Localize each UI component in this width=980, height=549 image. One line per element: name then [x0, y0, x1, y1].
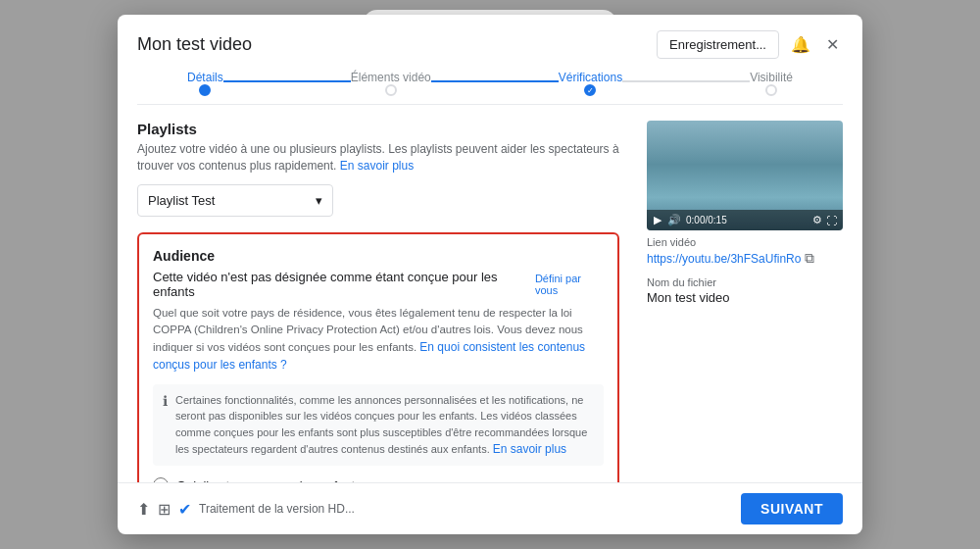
- alert-button[interactable]: 🔔: [787, 31, 814, 58]
- step-visibility: Visibilité: [750, 71, 793, 96]
- audience-info-box: ℹ Certaines fonctionnalités, comme les a…: [153, 384, 604, 467]
- video-controls: ▶ 🔊 0:00/0:15 ⚙ ⛶: [647, 210, 843, 230]
- step-details: Détails: [187, 71, 223, 96]
- modal-left-panel: Playlists Ajoutez votre vidéo à une ou p…: [137, 121, 627, 482]
- volume-button[interactable]: 🔊: [666, 213, 682, 227]
- modal-header: Mon test video Enregistrement... 🔔 ✕: [118, 15, 862, 59]
- upload-icon: ⬆: [137, 500, 150, 519]
- connector-3: [622, 80, 750, 82]
- video-link-label: Lien vidéo: [647, 236, 843, 248]
- step-visibility-dot: [765, 84, 777, 96]
- step-verif-label: Vérifications: [559, 71, 622, 84]
- filename-value: Mon test video: [647, 290, 843, 305]
- play-button[interactable]: ▶: [653, 213, 662, 227]
- audience-title-row: Audience: [153, 248, 604, 264]
- video-thumbnail: ▶ 🔊 0:00/0:15 ⚙ ⛶: [647, 121, 843, 230]
- step-elements: Éléments vidéo: [351, 71, 431, 96]
- processing-text: Traitement de la version HD...: [199, 502, 355, 516]
- step-visibility-label: Visibilité: [750, 71, 793, 84]
- step-elements-label: Éléments vidéo: [351, 71, 431, 84]
- video-link-section: Lien vidéo https://youtu.be/3hFSaUfinRo …: [647, 236, 843, 267]
- steps-divider: [137, 104, 843, 105]
- modal-dialog: Mon test video Enregistrement... 🔔 ✕ Dét…: [118, 15, 862, 534]
- modal-title: Mon test video: [137, 34, 252, 55]
- step-details-label: Détails: [187, 71, 223, 84]
- video-time: 0:00/0:15: [686, 215, 727, 225]
- playlists-section: Playlists Ajoutez votre vidéo à une ou p…: [137, 121, 619, 217]
- playlist-dropdown-value: Playlist Test: [148, 193, 215, 208]
- playlists-title: Playlists: [137, 121, 619, 137]
- audience-info-link[interactable]: En savoir plus: [493, 442, 566, 456]
- close-icon: ✕: [826, 36, 839, 53]
- playlist-dropdown[interactable]: Playlist Test ▾: [137, 184, 333, 217]
- connector-2: [431, 80, 559, 82]
- step-elements-dot: [385, 84, 397, 96]
- footer-left: ⬆ ⊞ ✔ Traitement de la version HD...: [137, 500, 355, 519]
- info-icon: ℹ: [163, 393, 168, 409]
- video-link-row: https://youtu.be/3hFSaUfinRo ⧉: [647, 250, 843, 267]
- modal-footer: ⬆ ⊞ ✔ Traitement de la version HD... SUI…: [118, 482, 862, 534]
- audience-section: Audience Cette vidéo n'est pas désignée …: [137, 232, 619, 482]
- check-icon: ✔: [178, 500, 191, 519]
- close-button[interactable]: ✕: [822, 31, 843, 58]
- audience-title: Audience: [153, 248, 215, 264]
- modal-body: Playlists Ajoutez votre vidéo à une ou p…: [118, 113, 862, 482]
- header-actions: Enregistrement... 🔔 ✕: [657, 30, 843, 59]
- fullscreen-icon[interactable]: ⛶: [826, 215, 837, 226]
- playlists-desc: Ajoutez votre vidéo à une ou plusieurs p…: [137, 141, 619, 175]
- audience-desc: Quel que soit votre pays de résidence, v…: [153, 305, 604, 374]
- modal-right-panel: ▶ 🔊 0:00/0:15 ⚙ ⛶ Lien vidéo https://you…: [647, 121, 843, 482]
- grid-icon: ⊞: [158, 500, 171, 519]
- alert-icon: 🔔: [791, 36, 810, 53]
- save-button[interactable]: Enregistrement...: [657, 30, 779, 59]
- audience-subtitle: Cette vidéo n'est pas désignée comme éta…: [153, 270, 525, 299]
- connector-1: [223, 80, 351, 82]
- audience-info-text: Certaines fonctionnalités, comme les ann…: [175, 392, 594, 459]
- video-url-link[interactable]: https://youtu.be/3hFSaUfinRo: [647, 252, 801, 266]
- audience-defined-by: Défini par vous: [535, 273, 604, 296]
- step-verif-dot: ✓: [584, 84, 596, 96]
- step-details-dot: [199, 84, 211, 96]
- filename-label: Nom du fichier: [647, 276, 843, 288]
- settings-icon[interactable]: ⚙: [812, 214, 822, 226]
- step-verifications: Vérifications ✓: [559, 71, 622, 96]
- next-button[interactable]: SUIVANT: [741, 493, 843, 524]
- backdrop: 🔍 Rechercher sur votre chaîne Mon test v…: [0, 0, 980, 549]
- chevron-down-icon: ▾: [316, 193, 322, 208]
- steps-bar: Détails Éléments vidéo Vérifications ✓ V…: [118, 59, 862, 96]
- filename-section: Nom du fichier Mon test video: [647, 276, 843, 305]
- copy-link-button[interactable]: ⧉: [805, 250, 814, 267]
- copy-icon: ⧉: [805, 250, 814, 266]
- playlists-learn-more-link[interactable]: En savoir plus: [340, 159, 414, 173]
